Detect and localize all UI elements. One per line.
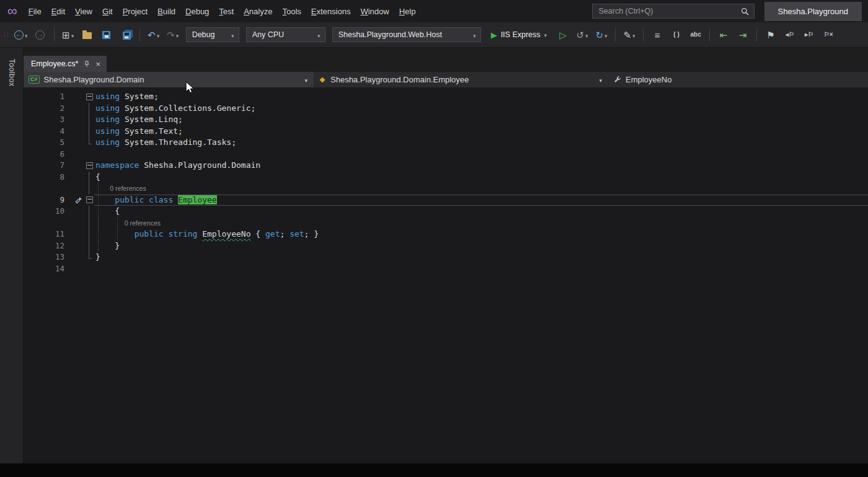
codelens-references[interactable]: 0 references	[125, 219, 161, 227]
save-icon[interactable]	[98, 27, 115, 43]
code-cleanup-icon[interactable]: ✎	[621, 27, 638, 43]
code-line[interactable]: 3using System.Linq;	[24, 114, 868, 126]
toggle-bookmark-icon-glyph: ⚑	[766, 30, 774, 40]
menu-item-project[interactable]: Project	[118, 4, 153, 19]
code-text: }	[94, 252, 868, 263]
display-member-list-icon[interactable]: ≡	[649, 27, 666, 43]
glyph-margin	[73, 160, 84, 172]
decrease-indent-icon-glyph: ⇤	[720, 30, 728, 40]
chevron-down-icon	[231, 29, 234, 40]
menu-item-debug[interactable]: Debug	[180, 4, 214, 19]
toolbar-grip[interactable]: ∷	[4, 30, 11, 39]
search-box[interactable]	[592, 4, 755, 19]
status-bar	[0, 463, 868, 477]
previous-bookmark-icon[interactable]: ◂⚐	[781, 27, 799, 43]
startup-projects-combo[interactable]: Shesha.Playground.Web.Host	[332, 27, 481, 42]
chevron-down-icon	[25, 29, 28, 40]
new-project-icon[interactable]: ⊞	[60, 27, 77, 43]
menu-item-extensions[interactable]: Extensions	[306, 4, 356, 19]
code-line[interactable]: 5using System.Threading.Tasks;	[24, 137, 868, 149]
code-line[interactable]: 13}	[24, 252, 868, 263]
navigate-forward-icon[interactable]: →	[32, 27, 49, 43]
hot-reload-icon[interactable]: ↺	[574, 27, 591, 43]
code-line[interactable]: 2using System.Collections.Generic;	[24, 103, 868, 115]
collapse-region-icon[interactable]	[86, 162, 93, 169]
solution-platforms-combo[interactable]: Any CPU	[246, 27, 326, 42]
project-dropdown[interactable]: C# Shesha.Playground.Domain	[24, 72, 314, 87]
start-without-debugging-icon[interactable]: ▷	[554, 27, 572, 43]
save-all-icon[interactable]	[117, 27, 135, 43]
display-word-completion-icon[interactable]: abc	[687, 27, 704, 43]
collapse-region-icon[interactable]	[86, 94, 93, 100]
menu-item-view[interactable]: View	[70, 4, 97, 19]
type-dropdown[interactable]: Shesha.Playground.Domain.Employee	[314, 72, 608, 87]
menu-item-edit[interactable]: Edit	[46, 4, 70, 19]
codelens-row: 0 references	[24, 217, 868, 229]
open-file-icon[interactable]	[79, 27, 96, 43]
menu-item-analyze[interactable]: Analyze	[239, 4, 277, 19]
line-number: 8	[24, 172, 73, 183]
navigate-backward-icon[interactable]: ←	[12, 27, 30, 43]
toolbar-separator	[615, 28, 616, 42]
close-icon[interactable]	[95, 60, 100, 68]
solution-name-badge[interactable]: Shesha.Playground	[764, 2, 862, 21]
menu-item-help[interactable]: Help	[394, 4, 421, 19]
increase-indent-icon[interactable]: ⇥	[734, 27, 751, 43]
csharp-project-icon: C#	[29, 76, 40, 84]
pin-icon[interactable]	[84, 61, 90, 68]
line-number: 11	[24, 229, 73, 240]
chevron-down-icon	[544, 30, 547, 39]
clear-bookmarks-icon[interactable]: ⚐×	[820, 27, 837, 43]
code-line[interactable]: 1using System;	[24, 91, 868, 103]
glyph-margin	[73, 114, 84, 126]
line-number: 3	[24, 114, 73, 126]
code-line[interactable]: 9 public class Employee	[24, 195, 868, 206]
menu-item-git[interactable]: Git	[97, 4, 118, 19]
chevron-down-icon	[304, 75, 308, 84]
start-debugging-button[interactable]: ▶IIS Express	[487, 30, 551, 39]
code-line[interactable]: 8{	[24, 172, 868, 183]
code-line[interactable]: 11 public string EmployeeNo { get; set; …	[24, 229, 868, 240]
menu-item-window[interactable]: Window	[355, 4, 394, 19]
tab-employee-cs[interactable]: Employee.cs*	[24, 56, 107, 72]
chevron-down-icon	[71, 29, 74, 40]
display-parameter-info-icon[interactable]: ( )	[668, 27, 685, 43]
code-line[interactable]: 6	[24, 149, 868, 160]
toggle-bookmark-icon[interactable]: ⚑	[762, 27, 779, 43]
glyph-margin	[73, 229, 84, 240]
undo-icon[interactable]: ↶	[145, 27, 162, 43]
code-line[interactable]: 12 }	[24, 240, 868, 252]
chevron-down-icon	[599, 75, 602, 84]
next-bookmark-icon[interactable]: ▸⚐	[800, 27, 818, 43]
menu-item-file[interactable]: File	[24, 4, 46, 19]
display-word-completion-icon-glyph: abc	[690, 32, 701, 38]
menu-item-test[interactable]: Test	[214, 4, 239, 19]
toolbox-panel-tab[interactable]: Toolbox	[7, 59, 16, 87]
code-line[interactable]: 10 {	[24, 206, 868, 217]
search-input[interactable]	[598, 6, 736, 16]
code-line[interactable]: 7namespace Shesha.Playground.Domain	[24, 160, 868, 172]
code-line[interactable]: 14	[24, 263, 868, 275]
redo-icon[interactable]: ↷	[164, 27, 182, 43]
glyph-margin	[73, 137, 84, 149]
type-dropdown-label: Shesha.Playground.Domain.Employee	[330, 75, 469, 84]
codelens-references[interactable]: 0 references	[110, 185, 146, 192]
standard-toolbar: ∷←→⊞↶↷DebugAny CPUShesha.Playground.Web.…	[0, 22, 868, 48]
line-number: 6	[24, 149, 73, 160]
line-number: 2	[24, 103, 73, 115]
chevron-down-icon	[473, 29, 476, 40]
outline-margin	[84, 206, 94, 217]
decrease-indent-icon[interactable]: ⇤	[715, 27, 732, 43]
menu-item-build[interactable]: Build	[153, 4, 180, 19]
code-editor[interactable]: 1using System;2using System.Collections.…	[24, 88, 868, 463]
menu-item-tools[interactable]: Tools	[277, 4, 306, 19]
collapse-region-icon[interactable]	[86, 196, 93, 203]
code-line[interactable]: 4using System.Text;	[24, 126, 868, 138]
member-dropdown[interactable]: EmployeeNo	[608, 72, 868, 87]
workspace: Toolbox Employee.cs* C# Shesha.Playgroun…	[0, 48, 868, 463]
quick-actions-icon[interactable]	[73, 195, 84, 206]
search-icon	[741, 7, 749, 15]
outline-margin	[84, 252, 94, 263]
solution-configurations-combo[interactable]: Debug	[186, 27, 239, 42]
restart-icon[interactable]: ↻	[593, 27, 610, 43]
